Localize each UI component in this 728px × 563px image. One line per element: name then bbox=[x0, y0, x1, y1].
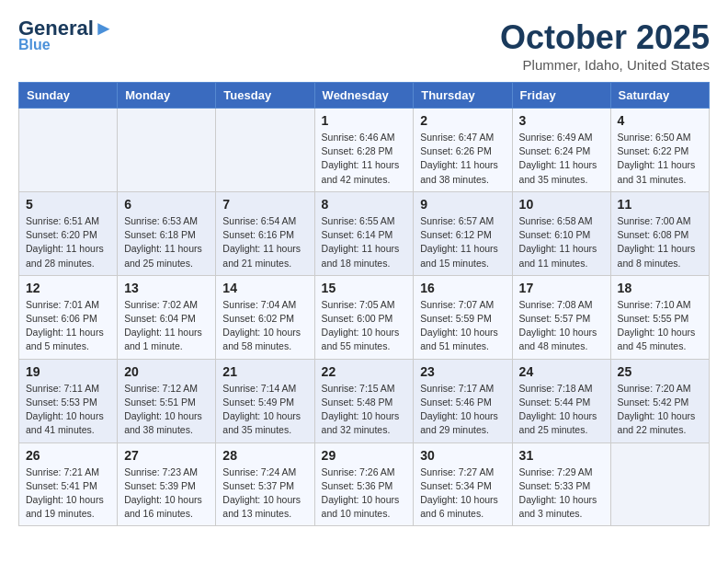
weekday-wednesday: Wednesday bbox=[314, 83, 414, 109]
calendar-cell: 27Sunrise: 7:23 AM Sunset: 5:39 PM Dayli… bbox=[118, 442, 216, 526]
calendar-cell bbox=[610, 442, 709, 526]
day-number: 11 bbox=[618, 197, 702, 212]
calendar-cell: 2Sunrise: 6:47 AM Sunset: 6:26 PM Daylig… bbox=[414, 109, 512, 192]
day-info: Sunrise: 7:14 AM Sunset: 5:49 PM Dayligh… bbox=[222, 382, 307, 438]
day-number: 8 bbox=[322, 197, 407, 212]
day-number: 15 bbox=[322, 281, 407, 295]
calendar-cell: 1Sunrise: 6:46 AM Sunset: 6:28 PM Daylig… bbox=[314, 109, 414, 192]
week-row-3: 12Sunrise: 7:01 AM Sunset: 6:06 PM Dayli… bbox=[19, 275, 710, 359]
day-info: Sunrise: 6:50 AM Sunset: 6:22 PM Dayligh… bbox=[618, 131, 702, 187]
day-number: 9 bbox=[420, 197, 505, 212]
calendar-cell: 30Sunrise: 7:27 AM Sunset: 5:34 PM Dayli… bbox=[414, 442, 512, 526]
calendar-cell: 13Sunrise: 7:02 AM Sunset: 6:04 PM Dayli… bbox=[118, 275, 216, 359]
calendar-cell: 21Sunrise: 7:14 AM Sunset: 5:49 PM Dayli… bbox=[216, 359, 314, 442]
calendar-cell bbox=[19, 109, 118, 192]
day-number: 3 bbox=[519, 113, 604, 128]
day-number: 22 bbox=[322, 364, 407, 379]
weekday-header-row: SundayMondayTuesdayWednesdayThursdayFrid… bbox=[19, 83, 710, 109]
day-number: 4 bbox=[618, 113, 702, 128]
week-row-5: 26Sunrise: 7:21 AM Sunset: 5:41 PM Dayli… bbox=[19, 442, 710, 526]
day-info: Sunrise: 7:04 AM Sunset: 6:02 PM Dayligh… bbox=[222, 298, 307, 354]
day-info: Sunrise: 7:15 AM Sunset: 5:48 PM Dayligh… bbox=[322, 382, 407, 438]
day-info: Sunrise: 6:51 AM Sunset: 6:20 PM Dayligh… bbox=[26, 214, 110, 270]
day-number: 6 bbox=[124, 197, 209, 212]
day-number: 23 bbox=[420, 364, 505, 379]
weekday-sunday: Sunday bbox=[19, 83, 118, 109]
week-row-1: 1Sunrise: 6:46 AM Sunset: 6:28 PM Daylig… bbox=[19, 109, 710, 192]
calendar-cell: 7Sunrise: 6:54 AM Sunset: 6:16 PM Daylig… bbox=[216, 191, 314, 275]
day-info: Sunrise: 6:54 AM Sunset: 6:16 PM Dayligh… bbox=[222, 214, 307, 270]
day-number: 2 bbox=[420, 113, 505, 128]
day-number: 10 bbox=[519, 197, 604, 212]
calendar-cell: 6Sunrise: 6:53 AM Sunset: 6:18 PM Daylig… bbox=[118, 191, 216, 275]
day-number: 20 bbox=[124, 364, 209, 379]
day-info: Sunrise: 7:26 AM Sunset: 5:36 PM Dayligh… bbox=[322, 465, 407, 522]
day-info: Sunrise: 7:08 AM Sunset: 5:57 PM Dayligh… bbox=[519, 298, 604, 354]
calendar-cell: 28Sunrise: 7:24 AM Sunset: 5:37 PM Dayli… bbox=[216, 442, 314, 526]
calendar-cell: 3Sunrise: 6:49 AM Sunset: 6:24 PM Daylig… bbox=[512, 109, 610, 192]
weekday-tuesday: Tuesday bbox=[216, 83, 314, 109]
day-info: Sunrise: 7:12 AM Sunset: 5:51 PM Dayligh… bbox=[124, 382, 209, 438]
calendar-cell: 8Sunrise: 6:55 AM Sunset: 6:14 PM Daylig… bbox=[314, 191, 414, 275]
day-number: 12 bbox=[26, 281, 110, 295]
day-number: 7 bbox=[222, 197, 307, 212]
day-info: Sunrise: 7:07 AM Sunset: 5:59 PM Dayligh… bbox=[420, 298, 505, 354]
day-number: 27 bbox=[124, 448, 209, 463]
calendar-cell: 4Sunrise: 6:50 AM Sunset: 6:22 PM Daylig… bbox=[610, 109, 709, 192]
day-number: 16 bbox=[420, 281, 505, 295]
day-info: Sunrise: 6:57 AM Sunset: 6:12 PM Dayligh… bbox=[420, 214, 505, 270]
calendar-cell: 22Sunrise: 7:15 AM Sunset: 5:48 PM Dayli… bbox=[314, 359, 414, 442]
day-number: 13 bbox=[124, 281, 209, 295]
day-info: Sunrise: 7:17 AM Sunset: 5:46 PM Dayligh… bbox=[420, 382, 505, 438]
day-number: 25 bbox=[618, 364, 702, 379]
title-area: October 2025 Plummer, Idaho, United Stat… bbox=[500, 18, 710, 73]
page-header: General► Blue October 2025 Plummer, Idah… bbox=[18, 18, 710, 73]
calendar-cell: 12Sunrise: 7:01 AM Sunset: 6:06 PM Dayli… bbox=[19, 275, 118, 359]
day-info: Sunrise: 6:58 AM Sunset: 6:10 PM Dayligh… bbox=[519, 214, 604, 270]
day-info: Sunrise: 6:53 AM Sunset: 6:18 PM Dayligh… bbox=[124, 214, 209, 270]
calendar-cell: 20Sunrise: 7:12 AM Sunset: 5:51 PM Dayli… bbox=[118, 359, 216, 442]
day-info: Sunrise: 7:21 AM Sunset: 5:41 PM Dayligh… bbox=[26, 465, 110, 522]
calendar-cell: 29Sunrise: 7:26 AM Sunset: 5:36 PM Dayli… bbox=[314, 442, 414, 526]
day-info: Sunrise: 6:46 AM Sunset: 6:28 PM Dayligh… bbox=[322, 131, 407, 187]
calendar-cell bbox=[216, 109, 314, 192]
day-info: Sunrise: 7:29 AM Sunset: 5:33 PM Dayligh… bbox=[519, 465, 604, 522]
day-number: 18 bbox=[618, 281, 702, 295]
weekday-monday: Monday bbox=[118, 83, 216, 109]
weekday-thursday: Thursday bbox=[414, 83, 512, 109]
day-number: 31 bbox=[519, 448, 604, 463]
calendar-cell: 23Sunrise: 7:17 AM Sunset: 5:46 PM Dayli… bbox=[414, 359, 512, 442]
week-row-4: 19Sunrise: 7:11 AM Sunset: 5:53 PM Dayli… bbox=[19, 359, 710, 442]
day-number: 30 bbox=[420, 448, 505, 463]
calendar-cell: 16Sunrise: 7:07 AM Sunset: 5:59 PM Dayli… bbox=[414, 275, 512, 359]
day-number: 24 bbox=[519, 364, 604, 379]
logo-sub: Blue bbox=[18, 37, 51, 53]
day-number: 19 bbox=[26, 364, 110, 379]
day-info: Sunrise: 7:10 AM Sunset: 5:55 PM Dayligh… bbox=[618, 298, 702, 354]
day-info: Sunrise: 6:49 AM Sunset: 6:24 PM Dayligh… bbox=[519, 131, 604, 187]
calendar-cell: 14Sunrise: 7:04 AM Sunset: 6:02 PM Dayli… bbox=[216, 275, 314, 359]
calendar-cell: 9Sunrise: 6:57 AM Sunset: 6:12 PM Daylig… bbox=[414, 191, 512, 275]
day-number: 29 bbox=[322, 448, 407, 463]
month-title: October 2025 bbox=[500, 18, 710, 57]
logo: General► Blue bbox=[18, 18, 114, 53]
day-number: 17 bbox=[519, 281, 604, 295]
day-info: Sunrise: 7:27 AM Sunset: 5:34 PM Dayligh… bbox=[420, 465, 505, 522]
day-info: Sunrise: 7:23 AM Sunset: 5:39 PM Dayligh… bbox=[124, 465, 209, 522]
location: Plummer, Idaho, United States bbox=[500, 57, 710, 73]
weekday-saturday: Saturday bbox=[610, 83, 709, 109]
day-number: 21 bbox=[222, 364, 307, 379]
calendar-cell: 5Sunrise: 6:51 AM Sunset: 6:20 PM Daylig… bbox=[19, 191, 118, 275]
calendar-cell: 18Sunrise: 7:10 AM Sunset: 5:55 PM Dayli… bbox=[610, 275, 709, 359]
day-info: Sunrise: 7:20 AM Sunset: 5:42 PM Dayligh… bbox=[618, 382, 702, 438]
day-info: Sunrise: 7:24 AM Sunset: 5:37 PM Dayligh… bbox=[222, 465, 307, 522]
day-info: Sunrise: 7:11 AM Sunset: 5:53 PM Dayligh… bbox=[26, 382, 110, 438]
calendar-cell: 10Sunrise: 6:58 AM Sunset: 6:10 PM Dayli… bbox=[512, 191, 610, 275]
calendar: SundayMondayTuesdayWednesdayThursdayFrid… bbox=[18, 82, 710, 526]
logo-name: General► bbox=[18, 18, 114, 39]
day-number: 28 bbox=[222, 448, 307, 463]
calendar-cell: 15Sunrise: 7:05 AM Sunset: 6:00 PM Dayli… bbox=[314, 275, 414, 359]
day-info: Sunrise: 6:47 AM Sunset: 6:26 PM Dayligh… bbox=[420, 131, 505, 187]
day-number: 14 bbox=[222, 281, 307, 295]
calendar-cell: 11Sunrise: 7:00 AM Sunset: 6:08 PM Dayli… bbox=[610, 191, 709, 275]
